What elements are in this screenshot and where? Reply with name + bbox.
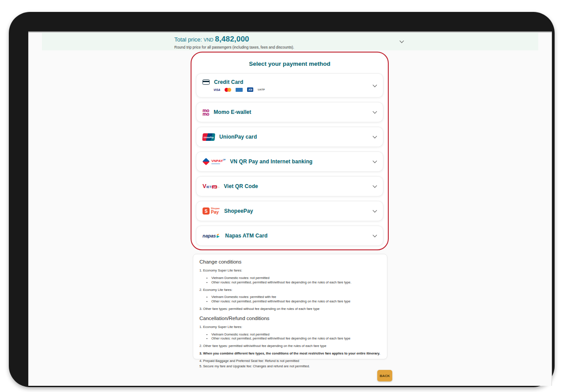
payment-method-vnpay[interactable]: VNPAYQR VN QR Pay and Internet banking [196,151,383,172]
payment-methods-panel: Select your payment method Credit Card V… [191,52,389,250]
chevron-down-icon [373,134,377,139]
condition-bullet: Vietnam Domestic routes: not permitted [211,332,381,337]
payment-method-shopeepay[interactable]: S Shopee Pay ShopeePay [196,201,383,221]
payment-method-label: ShopeePay [224,208,253,214]
condition-line: 1. Economy Super Lite fares: [199,325,381,329]
payment-panel-title: Select your payment method [196,60,383,67]
napas-logo: napas [203,233,221,238]
condition-line: 2. Other fare types: permitted with/with… [199,344,381,348]
chevron-down-icon [373,184,377,188]
currency-label: VND [204,37,214,42]
uatp-logo: UATP [258,88,265,91]
payment-method-unionpay[interactable]: UnionPay UnionPay card [196,127,383,147]
price-bar-chevron-down-icon[interactable] [400,39,404,43]
vietqr-logo: V IET QR ™ [203,184,219,189]
condition-line: 4. Prepaid Baggage and Preferred Seat fe… [199,359,381,363]
payment-method-label: Momo E-wallet [214,109,251,115]
payment-method-label: Viet QR Code [224,183,258,189]
condition-bullet: Vietnam Domestic routes: permitted with … [211,295,381,299]
amex-logo [236,88,243,92]
price-disclaimer: Round trip price for all passengers (inc… [174,45,294,49]
payment-method-vietqr[interactable]: V IET QR ™ Viet QR Code [196,176,383,196]
jcb-logo: JCB [247,87,253,92]
payment-method-napas[interactable]: napas Napas ATM Card [196,226,383,246]
accepted-card-logos: VISA JCB UATP [214,87,265,92]
total-price-amount: 8,482,000 [215,35,249,43]
back-button[interactable]: BACK [377,370,392,381]
chevron-down-icon [373,83,377,87]
napas-arrow-icon [217,234,221,238]
tablet-bezel: Total price: VND 8,482,000 Round trip pr… [9,12,555,387]
condition-bullets: Vietnam Domestic routes: permitted with … [211,295,381,304]
shopeepay-logo: S Shopee Pay [203,207,220,215]
condition-bullets: Vietnam Domestic routes: not permitted O… [211,332,381,341]
visa-logo: VISA [214,88,220,91]
condition-line-bold: 3. When you combine different fare types… [199,351,381,356]
total-price: Total price: VND 8,482,000 [174,35,294,44]
payment-method-credit-card[interactable]: Credit Card VISA JCB UATP [196,73,383,98]
chevron-down-icon [373,109,377,114]
payment-method-label: UnionPay card [219,134,257,140]
change-conditions-title: Change conditions [199,259,381,264]
payment-method-label: VN QR Pay and Internet banking [230,158,312,165]
condition-bullets: Vietnam Domestic routes: not permitted O… [211,276,381,285]
condition-line: 2. Economy Lite fares: [199,288,381,292]
payment-method-label: Napas ATM Card [225,233,267,239]
page: Total price: VND 8,482,000 Round trip pr… [0,0,563,392]
condition-line: 1. Economy Super Lite fares: [199,268,381,273]
fare-conditions-panel: Change conditions 1. Economy Super Lite … [193,254,387,359]
payment-method-label: Credit Card [214,79,243,85]
condition-bullet: Other routes: not permitted, permitted w… [211,336,381,341]
payment-method-momo[interactable]: mo mo Momo E-wallet [196,102,383,122]
condition-bullet: Other routes: not permitted, permitted w… [211,299,381,304]
vnpay-diamond-icon [203,158,210,166]
total-price-block: Total price: VND 8,482,000 Round trip pr… [174,35,294,49]
mastercard-logo [225,88,231,92]
chevron-down-icon [373,159,377,163]
total-price-bar: Total price: VND 8,482,000 Round trip pr… [42,33,538,50]
condition-bullet: Vietnam Domestic routes: not permitted [211,276,381,280]
chevron-down-icon [373,208,377,213]
refund-conditions-title: Cancellation/Refund conditions [199,316,381,321]
credit-card-icon [203,79,210,85]
unionpay-logo: UnionPay [202,133,215,141]
condition-line: 5. Secure my fare and Upgrade fee: Chang… [199,364,381,369]
chevron-down-icon [373,233,377,237]
condition-line: 3. Other fare types: permitted without f… [199,307,381,311]
vnpay-tagline [211,163,220,165]
screen: Total price: VND 8,482,000 Round trip pr… [28,31,552,386]
vnpay-logo: VNPAYQR [203,159,225,165]
momo-logo: mo mo [203,109,209,116]
total-price-label: Total price: [174,36,202,43]
condition-bullet: Other routes: not permitted, permitted w… [211,280,381,285]
